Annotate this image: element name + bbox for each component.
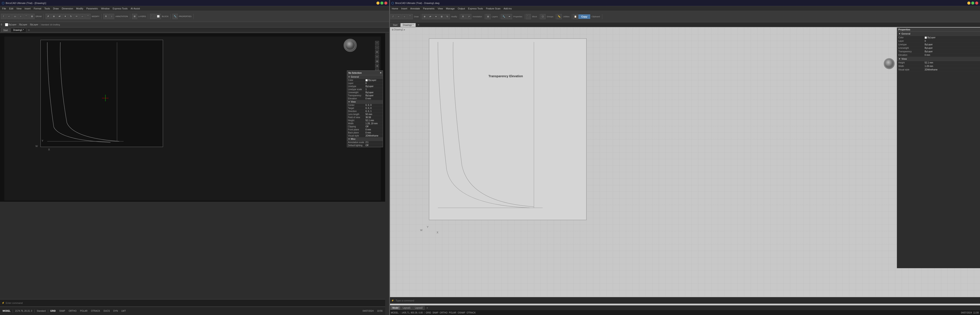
tab-drawing1[interactable]: Drawing1 * bbox=[11, 28, 26, 32]
menu-dimension[interactable]: Dimension bbox=[60, 7, 75, 10]
layer-button[interactable]: ⊞ bbox=[132, 14, 137, 19]
right-viewport[interactable]: ⊞ Drawing1 ▸ Y W X Transparency Elevatio… bbox=[390, 27, 980, 297]
view-icon[interactable]: ▤ bbox=[375, 59, 379, 63]
extend-button[interactable]: ↔ bbox=[80, 14, 85, 19]
status-ducs[interactable]: DUCS bbox=[102, 309, 111, 313]
r-new-drawing-button[interactable]: + bbox=[416, 22, 421, 27]
polyline-button[interactable]: ⌐ bbox=[6, 14, 12, 19]
menu-window[interactable]: Window bbox=[100, 7, 111, 10]
rectangle-button[interactable]: ▭ bbox=[12, 14, 18, 19]
r-add-layout-button[interactable]: + bbox=[425, 306, 430, 310]
r-move-button[interactable]: ✦ bbox=[433, 14, 439, 19]
shade-icon[interactable]: ◈ bbox=[375, 64, 379, 68]
menu-insert[interactable]: Insert bbox=[23, 7, 32, 10]
right-close-button[interactable] bbox=[975, 2, 978, 5]
r-menu-manage[interactable]: Manage bbox=[445, 7, 456, 10]
right-viewcube[interactable] bbox=[884, 58, 895, 69]
right-command-input[interactable] bbox=[396, 299, 978, 302]
r-paste-button[interactable]: 📋 bbox=[573, 14, 578, 19]
r-copy-button[interactable]: ⊕ bbox=[422, 14, 427, 19]
r-circle-button[interactable]: ○ bbox=[402, 14, 407, 19]
create-block-button[interactable]: ⬜ bbox=[156, 14, 161, 19]
copy-button[interactable]: Copy bbox=[578, 14, 590, 19]
rotate-button[interactable]: ↻ bbox=[68, 14, 73, 19]
menu-file[interactable]: File bbox=[1, 7, 8, 10]
orbit-icon[interactable]: ⊙ bbox=[375, 55, 379, 59]
r-status-grid[interactable]: GRID bbox=[426, 312, 431, 314]
menu-edit[interactable]: Edit bbox=[8, 7, 15, 10]
status-model[interactable]: MODEL bbox=[1, 309, 12, 313]
r-menu-addins[interactable]: Add-ins bbox=[502, 7, 513, 10]
status-lwt[interactable]: LWT bbox=[120, 309, 127, 313]
r-menu-feature[interactable]: Feature Scan bbox=[485, 7, 502, 10]
maximize-button[interactable] bbox=[380, 2, 383, 5]
r-arc-button[interactable]: ⌒ bbox=[407, 14, 413, 19]
right-maximize-button[interactable] bbox=[971, 2, 974, 5]
r-mirror-button[interactable]: ⇌ bbox=[428, 14, 433, 19]
menu-express[interactable]: Express Tools bbox=[111, 7, 129, 10]
r-props-button[interactable]: 🔧 bbox=[501, 14, 506, 19]
menu-draw[interactable]: Draw bbox=[52, 7, 60, 10]
props-view-section[interactable]: ▼ View bbox=[347, 100, 383, 104]
new-drawing-button[interactable]: + bbox=[27, 28, 31, 32]
props-general-section[interactable]: ▼ General bbox=[347, 75, 383, 79]
props-misc-section[interactable]: ▼ Misc bbox=[347, 137, 383, 141]
color-swatch[interactable] bbox=[5, 23, 8, 26]
r-menu-home[interactable]: Home bbox=[390, 7, 399, 10]
trim-button[interactable]: ✂ bbox=[74, 14, 79, 19]
r-status-polar[interactable]: POLAR bbox=[449, 312, 456, 314]
r-layout-tab-layout1[interactable]: Layout1 bbox=[401, 306, 412, 310]
arc-button[interactable]: ⌒ bbox=[24, 14, 29, 19]
r-props-general-section[interactable]: ▼ General bbox=[897, 32, 980, 36]
r-menu-parametric[interactable]: Parametric bbox=[422, 7, 436, 10]
status-dyn[interactable]: DYN bbox=[112, 309, 119, 313]
r-status-osnap[interactable]: OSNAP bbox=[458, 312, 465, 314]
r-menu-express[interactable]: Express Tools bbox=[467, 7, 484, 10]
r-menu-output[interactable]: Output bbox=[457, 7, 466, 10]
r-layout-tab-layout2[interactable]: Layout2 bbox=[413, 306, 425, 310]
r-tab-start[interactable]: Start bbox=[390, 23, 400, 27]
pan-icon[interactable]: ✥ bbox=[375, 50, 379, 54]
line-button[interactable]: / bbox=[1, 14, 6, 19]
r-polyline-button[interactable]: ⌐ bbox=[396, 14, 401, 19]
status-grid[interactable]: GRID bbox=[49, 309, 57, 313]
r-leader-button[interactable]: ↗ bbox=[466, 14, 471, 19]
r-tab-drawing1[interactable]: Drawing1 * bbox=[400, 23, 416, 27]
menu-view[interactable]: View bbox=[15, 7, 23, 10]
fillet-button[interactable]: ⌒ bbox=[85, 14, 91, 19]
erase-button[interactable]: ✗ bbox=[46, 14, 51, 19]
move-button[interactable]: ✦ bbox=[63, 14, 68, 19]
r-group-button[interactable]: ⬡ bbox=[540, 14, 546, 19]
command-input[interactable] bbox=[6, 302, 383, 304]
r-menu-insert[interactable]: Insert bbox=[400, 7, 409, 10]
status-snap[interactable]: SNAP bbox=[58, 309, 67, 313]
tab-start[interactable]: Start bbox=[1, 28, 10, 32]
close-button[interactable] bbox=[384, 2, 387, 5]
r-status-model[interactable]: MODEL bbox=[391, 312, 399, 314]
r-line-button[interactable]: / bbox=[390, 14, 396, 19]
zoom-out-icon[interactable]: − bbox=[375, 46, 379, 49]
copy-button[interactable]: ⊕ bbox=[51, 14, 56, 19]
r-props-view-section[interactable]: ▼ View bbox=[897, 57, 980, 61]
status-standard[interactable]: Standard bbox=[35, 309, 47, 313]
left-viewport[interactable]: Y W X + − ✥ bbox=[0, 33, 385, 202]
r-menu-annotate[interactable]: Annotate bbox=[409, 7, 421, 10]
zoom-in-icon[interactable]: + bbox=[375, 41, 379, 45]
r-layout-tab-model[interactable]: Model bbox=[390, 306, 400, 310]
menu-tools[interactable]: Tools bbox=[43, 7, 51, 10]
dim-button[interactable]: ↕ bbox=[109, 14, 114, 19]
r-layer-button[interactable]: ⊞ bbox=[485, 14, 491, 19]
viewcube[interactable] bbox=[344, 39, 357, 52]
menu-format[interactable]: Format bbox=[32, 7, 43, 10]
menu-modify[interactable]: Modify bbox=[75, 7, 84, 10]
right-minimize-button[interactable] bbox=[967, 2, 970, 5]
hatch-button[interactable]: ⊞ bbox=[29, 14, 35, 19]
r-text-button[interactable]: A bbox=[460, 14, 466, 19]
status-polar[interactable]: POLAR bbox=[79, 309, 89, 313]
status-ortho[interactable]: ORTHO bbox=[67, 309, 78, 313]
r-rotate-button[interactable]: ↻ bbox=[445, 14, 450, 19]
menu-parametric[interactable]: Parametric bbox=[85, 7, 99, 10]
minimize-button[interactable] bbox=[376, 2, 379, 5]
r-menu-view[interactable]: View bbox=[436, 7, 444, 10]
mirror-button[interactable]: ⇌ bbox=[57, 14, 62, 19]
